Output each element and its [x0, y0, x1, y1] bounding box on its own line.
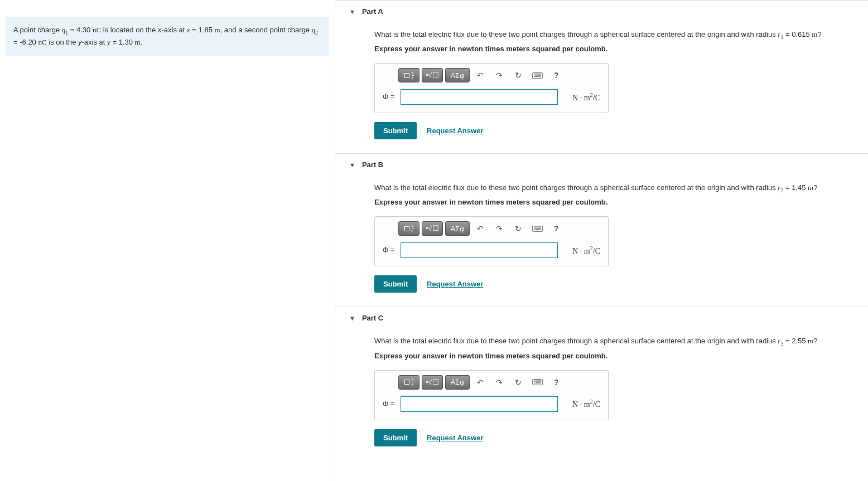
part-c-answer-input[interactable]	[401, 396, 558, 412]
part-c-radius: 2.55	[792, 337, 806, 345]
part-a-instruction: Express your answer in newton times mete…	[374, 45, 840, 53]
q2-pos: 1.30	[119, 38, 133, 46]
keyboard-icon[interactable]: ⌨	[529, 375, 546, 390]
part-a-title: Part A	[362, 7, 383, 16]
part-c-submit-button[interactable]: Submit	[374, 429, 417, 446]
phi-label: Φ =	[383, 93, 395, 101]
page-container: A point charge q1 = 4.30 nC is located o…	[0, 0, 868, 481]
greek-tool-icon[interactable]: ΑΣφ	[445, 68, 470, 82]
part-b-question: What is the total electric flux due to t…	[374, 182, 840, 195]
sqrt-tool-icon[interactable]: ⁿ√☐	[422, 221, 443, 236]
reset-icon[interactable]: ↻	[510, 375, 527, 390]
part-b-request-answer-link[interactable]: Request Answer	[427, 280, 483, 288]
caret-down-icon: ▼	[349, 162, 355, 168]
part-a-toolbar: xa ⁿ√☐ ΑΣφ ↶ ↷ ↻ ⌨ ?	[375, 64, 608, 87]
keyboard-icon[interactable]: ⌨	[529, 221, 546, 236]
greek-tool-icon[interactable]: ΑΣφ	[445, 375, 470, 390]
left-column: A point charge q1 = 4.30 nC is located o…	[0, 0, 335, 481]
greek-tool-icon[interactable]: ΑΣφ	[445, 221, 470, 236]
part-a-answer-row: Φ = N · m2/C	[375, 87, 608, 113]
reset-icon[interactable]: ↻	[510, 221, 527, 236]
part-b-radius: 1.45	[792, 183, 806, 192]
part-b-instruction: Express your answer in newton times mete…	[374, 198, 840, 206]
part-b-actions: Submit Request Answer	[374, 275, 840, 293]
part-b-answer-box: xa ⁿ√☐ ΑΣφ ↶ ↷ ↻ ⌨ ? Φ = N · m2/C	[374, 216, 609, 266]
unit-label: N · m2/C	[572, 245, 600, 256]
part-a-request-answer-link[interactable]: Request Answer	[427, 127, 483, 135]
redo-icon[interactable]: ↷	[491, 375, 508, 390]
part-b: ▼ Part B What is the total electric flux…	[335, 153, 868, 307]
q2-value: -6.20	[20, 38, 36, 46]
phi-label: Φ =	[383, 400, 395, 409]
part-b-header[interactable]: ▼ Part B	[335, 154, 868, 176]
part-b-answer-row: Φ = N · m2/C	[375, 240, 608, 266]
part-b-toolbar: xa ⁿ√☐ ΑΣφ ↶ ↷ ↻ ⌨ ?	[375, 217, 608, 240]
part-c-request-answer-link[interactable]: Request Answer	[427, 434, 483, 442]
part-b-submit-button[interactable]: Submit	[374, 275, 417, 293]
part-a-header[interactable]: ▼ Part A	[335, 1, 868, 22]
q1-value: 4.30	[76, 26, 90, 34]
q1-pos: 1.85	[199, 26, 213, 34]
keyboard-icon[interactable]: ⌨	[529, 68, 546, 82]
redo-icon[interactable]: ↷	[491, 68, 508, 82]
part-c-answer-row: Φ = N · m2/C	[375, 394, 608, 420]
undo-icon[interactable]: ↶	[472, 375, 489, 390]
right-column: ▼ Part A What is the total electric flux…	[335, 0, 868, 481]
part-c-instruction: Express your answer in newton times mete…	[374, 352, 840, 360]
sqrt-tool-icon[interactable]: ⁿ√☐	[422, 68, 443, 82]
part-c-question: What is the total electric flux due to t…	[374, 336, 840, 348]
template-tool-icon[interactable]: xa	[398, 221, 419, 236]
part-c-header[interactable]: ▼ Part C	[335, 307, 868, 329]
help-icon[interactable]: ?	[548, 375, 565, 390]
caret-down-icon: ▼	[349, 8, 355, 15]
part-a-radius: 0.615	[792, 30, 810, 38]
help-icon[interactable]: ?	[548, 221, 565, 236]
part-c-toolbar: xa ⁿ√☐ ΑΣφ ↶ ↷ ↻ ⌨ ?	[375, 371, 608, 394]
part-b-title: Part B	[362, 161, 383, 169]
template-tool-icon[interactable]: xa	[398, 375, 419, 390]
part-c-actions: Submit Request Answer	[374, 429, 840, 446]
undo-icon[interactable]: ↶	[472, 68, 489, 82]
part-a-question: What is the total electric flux due to t…	[374, 29, 840, 41]
unit-label: N · m2/C	[572, 399, 600, 409]
reset-icon[interactable]: ↻	[510, 68, 527, 82]
undo-icon[interactable]: ↶	[472, 221, 489, 236]
sqrt-tool-icon[interactable]: ⁿ√☐	[422, 375, 443, 390]
part-a-actions: Submit Request Answer	[374, 122, 840, 139]
help-icon[interactable]: ?	[548, 68, 565, 82]
redo-icon[interactable]: ↷	[491, 221, 508, 236]
part-c-body: What is the total electric flux due to t…	[335, 329, 868, 460]
problem-statement: A point charge q1 = 4.30 nC is located o…	[6, 17, 329, 56]
part-a-answer-box: xa ⁿ√☐ ΑΣφ ↶ ↷ ↻ ⌨ ? Φ = N · m2/C	[374, 63, 609, 113]
part-a-submit-button[interactable]: Submit	[374, 122, 417, 139]
part-b-answer-input[interactable]	[401, 242, 558, 258]
part-c: ▼ Part C What is the total electric flux…	[335, 307, 868, 460]
caret-down-icon: ▼	[349, 315, 355, 322]
part-a-answer-input[interactable]	[401, 89, 558, 105]
part-a: ▼ Part A What is the total electric flux…	[335, 0, 868, 153]
part-c-title: Part C	[362, 314, 383, 322]
unit-label: N · m2/C	[572, 92, 600, 103]
phi-label: Φ =	[383, 246, 395, 255]
part-b-body: What is the total electric flux due to t…	[335, 176, 868, 307]
part-a-body: What is the total electric flux due to t…	[335, 22, 868, 153]
template-tool-icon[interactable]: xa	[398, 68, 419, 82]
part-c-answer-box: xa ⁿ√☐ ΑΣφ ↶ ↷ ↻ ⌨ ? Φ = N · m2/C	[374, 370, 609, 420]
